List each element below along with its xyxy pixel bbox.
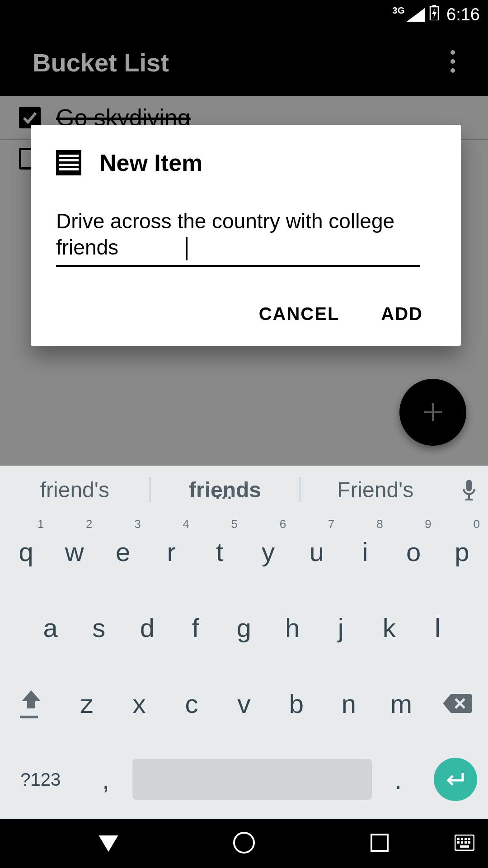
voice-input-button[interactable] bbox=[450, 479, 488, 500]
key-v[interactable]: v bbox=[218, 665, 270, 741]
key-w[interactable]: w2 bbox=[50, 514, 99, 590]
key-r[interactable]: r4 bbox=[147, 514, 196, 590]
comma-key[interactable]: , bbox=[80, 764, 132, 795]
key-h[interactable]: h bbox=[268, 590, 317, 665]
key-j[interactable]: j bbox=[317, 590, 365, 665]
key-k[interactable]: k bbox=[365, 590, 413, 665]
suggestion[interactable]: friends ••• bbox=[150, 477, 300, 502]
app-bar: Bucket List bbox=[0, 29, 488, 96]
svg-rect-18 bbox=[371, 835, 388, 851]
symbols-key[interactable]: ?123 bbox=[2, 769, 80, 790]
backspace-key[interactable] bbox=[427, 665, 486, 741]
keyboard-row: z x c v b n m bbox=[2, 665, 486, 741]
key-a[interactable]: a bbox=[26, 590, 75, 665]
key-b[interactable]: b bbox=[270, 665, 323, 741]
svg-rect-26 bbox=[465, 841, 467, 844]
key-n[interactable]: n bbox=[323, 665, 375, 741]
keyboard-row: a s d f g h j k l bbox=[2, 590, 486, 665]
suggestion[interactable]: Friend's bbox=[300, 477, 450, 502]
new-item-dialog: New Item Drive across the country with c… bbox=[31, 125, 461, 346]
svg-rect-9 bbox=[59, 159, 79, 161]
svg-rect-1 bbox=[432, 5, 436, 7]
svg-rect-25 bbox=[461, 841, 463, 844]
item-input-wrap: Drive across the country with college fr… bbox=[56, 208, 436, 267]
signal-icon bbox=[407, 8, 425, 21]
space-key[interactable] bbox=[132, 759, 372, 800]
key-g[interactable]: g bbox=[220, 590, 268, 665]
keyboard-bottom-row: ?123 , . bbox=[2, 741, 486, 817]
network-type-label: 3G bbox=[392, 5, 405, 16]
svg-rect-21 bbox=[461, 838, 463, 840]
keyboard-rows: q1 w2 e3 r4 t5 y6 u7 i8 o9 p0 a s d f g … bbox=[0, 514, 488, 817]
suggestion-bar: friend's friends ••• Friend's bbox=[0, 466, 488, 514]
svg-rect-11 bbox=[59, 168, 79, 170]
svg-rect-24 bbox=[457, 841, 460, 844]
key-q[interactable]: q1 bbox=[2, 514, 50, 590]
key-d[interactable]: d bbox=[123, 590, 171, 665]
svg-rect-20 bbox=[457, 838, 460, 840]
svg-rect-27 bbox=[468, 841, 470, 844]
dialog-actions: CANCEL ADD bbox=[56, 295, 436, 333]
svg-point-2 bbox=[450, 50, 455, 55]
cancel-button[interactable]: CANCEL bbox=[257, 295, 342, 333]
soft-keyboard: friend's friends ••• Friend's q1 w2 e3 r… bbox=[0, 466, 488, 819]
key-t[interactable]: t5 bbox=[196, 514, 244, 590]
item-input[interactable]: Drive across the country with college fr… bbox=[56, 208, 420, 267]
key-c[interactable]: c bbox=[165, 665, 218, 741]
key-e[interactable]: e3 bbox=[99, 514, 147, 590]
key-z[interactable]: z bbox=[61, 665, 113, 741]
ime-switch-icon[interactable] bbox=[455, 835, 474, 853]
recents-button[interactable] bbox=[367, 830, 392, 857]
key-y[interactable]: y6 bbox=[244, 514, 292, 590]
key-p[interactable]: p0 bbox=[438, 514, 486, 590]
dialog-title: New Item bbox=[99, 149, 202, 176]
key-x[interactable]: x bbox=[113, 665, 165, 741]
key-m[interactable]: m bbox=[375, 665, 427, 741]
svg-rect-22 bbox=[465, 838, 467, 840]
screen: 3G 6:16 Bucket List Go skydiving bbox=[0, 0, 488, 868]
page-title: Bucket List bbox=[33, 48, 169, 77]
status-bar: 3G 6:16 bbox=[0, 0, 488, 29]
enter-icon bbox=[434, 758, 477, 801]
svg-point-17 bbox=[234, 833, 254, 853]
svg-rect-23 bbox=[468, 838, 470, 840]
key-o[interactable]: o9 bbox=[389, 514, 438, 590]
clock-time: 6:16 bbox=[446, 5, 480, 24]
key-l[interactable]: l bbox=[413, 590, 462, 665]
back-button[interactable] bbox=[96, 830, 121, 857]
list-icon bbox=[56, 150, 81, 175]
keyboard-row: q1 w2 e3 r4 t5 y6 u7 i8 o9 p0 bbox=[2, 514, 486, 590]
home-button[interactable] bbox=[231, 830, 257, 857]
text-caret bbox=[186, 237, 188, 260]
shift-key[interactable] bbox=[2, 665, 61, 741]
enter-key[interactable] bbox=[425, 758, 486, 801]
svg-point-4 bbox=[450, 68, 455, 73]
dialog-header: New Item bbox=[56, 149, 436, 176]
svg-rect-12 bbox=[466, 480, 472, 491]
svg-rect-8 bbox=[59, 155, 79, 157]
svg-rect-28 bbox=[460, 845, 469, 848]
nav-bar bbox=[0, 819, 488, 868]
key-i[interactable]: i8 bbox=[341, 514, 389, 590]
overflow-menu-button[interactable] bbox=[450, 50, 455, 75]
svg-point-3 bbox=[450, 59, 455, 64]
add-button[interactable]: ADD bbox=[379, 295, 425, 333]
svg-rect-7 bbox=[56, 150, 81, 175]
battery-charging-icon bbox=[429, 5, 439, 24]
svg-rect-10 bbox=[59, 164, 79, 166]
key-f[interactable]: f bbox=[171, 590, 220, 665]
more-suggestions-icon: ••• bbox=[150, 493, 300, 503]
key-s[interactable]: s bbox=[75, 590, 123, 665]
key-u[interactable]: u7 bbox=[292, 514, 341, 590]
suggestion[interactable]: friend's bbox=[0, 477, 150, 502]
period-key[interactable]: . bbox=[372, 764, 425, 795]
